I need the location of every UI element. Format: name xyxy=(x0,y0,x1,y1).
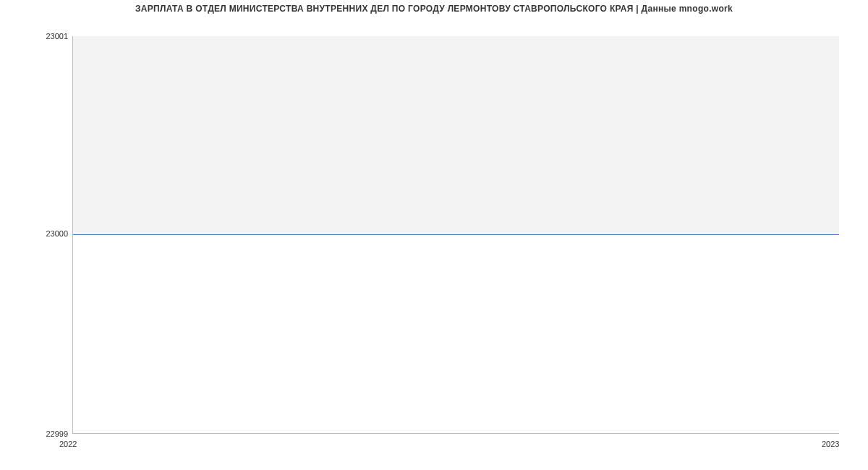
x-axis-tick-label: 2022 xyxy=(59,440,77,448)
plot-background-lower xyxy=(73,235,839,434)
y-axis-tick-label: 22999 xyxy=(46,430,68,438)
data-line xyxy=(73,234,839,235)
y-axis-tick-label: 23001 xyxy=(46,32,68,40)
chart-title: ЗАРПЛАТА В ОТДЕЛ МИНИСТЕРСТВА ВНУТРЕННИХ… xyxy=(0,4,868,14)
plot-area xyxy=(72,36,839,434)
y-axis-tick-label: 23000 xyxy=(46,229,68,238)
plot-background-upper xyxy=(73,36,839,235)
chart-container: ЗАРПЛАТА В ОТДЕЛ МИНИСТЕРСТВА ВНУТРЕННИХ… xyxy=(0,0,868,470)
x-axis-tick-label: 2023 xyxy=(822,440,839,448)
